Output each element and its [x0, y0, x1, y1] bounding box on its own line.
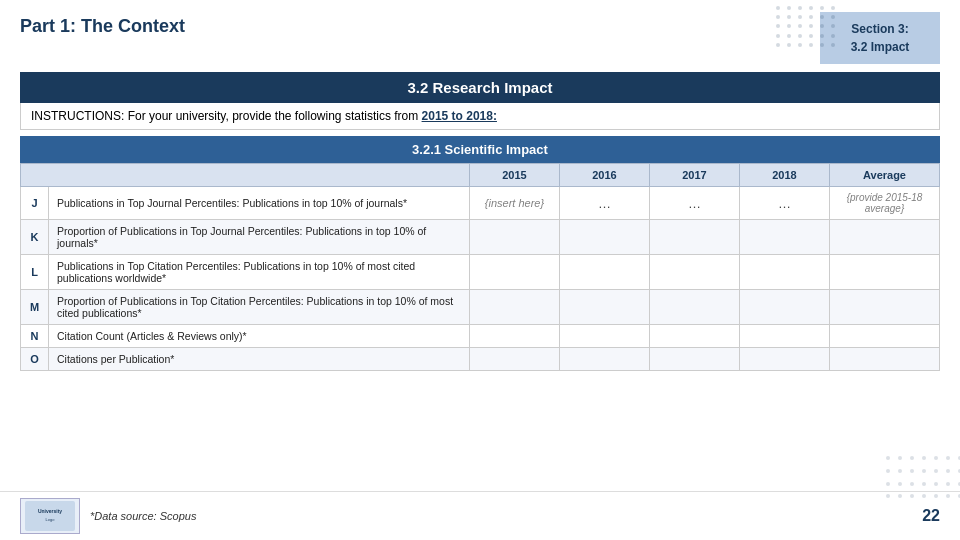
- section-badge: Section 3: 3.2 Impact: [820, 12, 940, 64]
- cell-j-avg[interactable]: {provide 2015-18 average}: [830, 187, 940, 220]
- col-header-2018: 2018: [740, 164, 830, 187]
- row-desc-k: Proportion of Publications in Top Journa…: [49, 220, 470, 255]
- cell-l-year0[interactable]: [470, 255, 560, 290]
- row-id-n: N: [21, 325, 49, 348]
- cell-n-avg[interactable]: [830, 325, 940, 348]
- cell-o-year1[interactable]: [560, 348, 650, 371]
- cell-n-year0[interactable]: [470, 325, 560, 348]
- instructions-row: INSTRUCTIONS: For your university, provi…: [20, 103, 940, 130]
- table-row: LPublications in Top Citation Percentile…: [21, 255, 940, 290]
- cell-j-year0[interactable]: {insert here}: [470, 187, 560, 220]
- row-desc-o: Citations per Publication*: [49, 348, 470, 371]
- decorative-dots-top: [770, 0, 830, 55]
- part-title: Part 1: The Context: [20, 12, 185, 37]
- cell-n-year2[interactable]: [650, 325, 740, 348]
- row-desc-n: Citation Count (Articles & Reviews only)…: [49, 325, 470, 348]
- table-row: OCitations per Publication*: [21, 348, 940, 371]
- row-id-m: M: [21, 290, 49, 325]
- col-header-2015: 2015: [470, 164, 560, 187]
- sub-section-banner: 3.2.1 Scientific Impact: [20, 136, 940, 163]
- table-row: NCitation Count (Articles & Reviews only…: [21, 325, 940, 348]
- svg-text:University: University: [38, 508, 62, 514]
- svg-text:Logo: Logo: [46, 517, 56, 522]
- cell-k-year3[interactable]: [740, 220, 830, 255]
- decorative-dots-bottom: [880, 450, 960, 510]
- table-row: MProportion of Publications in Top Citat…: [21, 290, 940, 325]
- cell-n-year3[interactable]: [740, 325, 830, 348]
- footer-logo: University Logo: [20, 498, 80, 534]
- footer-left: University Logo *Data source: Scopus: [20, 498, 196, 534]
- row-desc-l: Publications in Top Citation Percentiles…: [49, 255, 470, 290]
- cell-k-avg[interactable]: [830, 220, 940, 255]
- cell-m-year2[interactable]: [650, 290, 740, 325]
- cell-k-year0[interactable]: [470, 220, 560, 255]
- cell-j-year3[interactable]: …: [740, 187, 830, 220]
- cell-o-year0[interactable]: [470, 348, 560, 371]
- cell-m-year0[interactable]: [470, 290, 560, 325]
- cell-l-year1[interactable]: [560, 255, 650, 290]
- section-badge-line1: Section 3:: [836, 20, 924, 38]
- table-row: JPublications in Top Journal Percentiles…: [21, 187, 940, 220]
- row-desc-j: Publications in Top Journal Percentiles:…: [49, 187, 470, 220]
- row-id-j: J: [21, 187, 49, 220]
- col-header-2016: 2016: [560, 164, 650, 187]
- cell-k-year1[interactable]: [560, 220, 650, 255]
- cell-k-year2[interactable]: [650, 220, 740, 255]
- section-banner: 3.2 Research Impact: [20, 72, 940, 103]
- scientific-impact-table: 2015 2016 2017 2018 Average JPublication…: [20, 163, 940, 371]
- cell-m-year3[interactable]: [740, 290, 830, 325]
- cell-l-year3[interactable]: [740, 255, 830, 290]
- row-id-l: L: [21, 255, 49, 290]
- svg-rect-0: [25, 501, 75, 531]
- cell-o-year3[interactable]: [740, 348, 830, 371]
- table-row: KProportion of Publications in Top Journ…: [21, 220, 940, 255]
- row-desc-m: Proportion of Publications in Top Citati…: [49, 290, 470, 325]
- col-header-desc: [21, 164, 470, 187]
- cell-j-year1[interactable]: …: [560, 187, 650, 220]
- cell-n-year1[interactable]: [560, 325, 650, 348]
- cell-m-year1[interactable]: [560, 290, 650, 325]
- cell-m-avg[interactable]: [830, 290, 940, 325]
- footer-datasource: *Data source: Scopus: [90, 510, 196, 522]
- col-header-2017: 2017: [650, 164, 740, 187]
- cell-l-avg[interactable]: [830, 255, 940, 290]
- cell-o-year2[interactable]: [650, 348, 740, 371]
- row-id-k: K: [21, 220, 49, 255]
- col-header-average: Average: [830, 164, 940, 187]
- section-badge-line2: 3.2 Impact: [836, 38, 924, 56]
- cell-j-year2[interactable]: …: [650, 187, 740, 220]
- page-footer: University Logo *Data source: Scopus 22: [0, 491, 960, 540]
- cell-o-avg[interactable]: [830, 348, 940, 371]
- main-content: 3.2 Research Impact INSTRUCTIONS: For yo…: [0, 72, 960, 371]
- row-id-o: O: [21, 348, 49, 371]
- instructions-highlight: 2015 to 2018:: [422, 109, 497, 123]
- cell-l-year2[interactable]: [650, 255, 740, 290]
